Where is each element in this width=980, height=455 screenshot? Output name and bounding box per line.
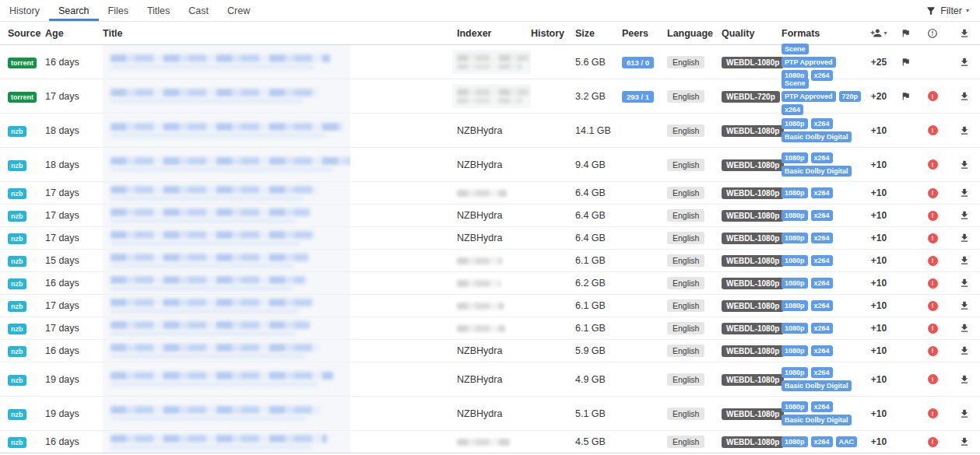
rejection-cell[interactable]: ! — [916, 408, 949, 418]
language-cell: English — [667, 159, 722, 170]
download-button[interactable] — [949, 345, 980, 356]
funnel-icon — [926, 5, 936, 16]
rejection-icon[interactable]: ! — [928, 301, 938, 311]
rejection-icon[interactable]: ! — [928, 324, 938, 334]
language-cell: English — [667, 345, 722, 356]
quality-cell: WEBDL-1080p — [722, 345, 782, 356]
rejection-cell[interactable]: ! — [916, 256, 949, 266]
rejection-icon[interactable]: ! — [928, 256, 938, 266]
redacted-indexer — [452, 84, 531, 108]
format-badge: x264 — [811, 278, 833, 289]
formats-cell: 1080px264 — [782, 255, 863, 266]
rejection-cell[interactable]: ! — [916, 159, 949, 170]
score-cell: +10 — [863, 278, 894, 289]
rejection-icon[interactable]: ! — [928, 125, 938, 135]
download-button[interactable] — [949, 408, 980, 419]
download-button[interactable] — [949, 91, 980, 102]
tab-files[interactable]: Files — [99, 0, 138, 21]
tab-cast[interactable]: Cast — [179, 0, 218, 21]
formats-cell: 1080px264Basic Dolby Digital — [782, 152, 863, 177]
results-body: torrent16 days5.6 GB613 / 0EnglishWEBDL-… — [0, 45, 980, 453]
download-button[interactable] — [949, 436, 980, 447]
flag-cell — [894, 91, 916, 101]
redacted-title — [103, 317, 350, 339]
age-cell: 17 days — [45, 91, 95, 102]
rejection-icon[interactable]: ! — [928, 374, 938, 384]
download-button[interactable] — [949, 57, 980, 68]
rejection-icon[interactable]: ! — [928, 188, 938, 198]
rejection-cell[interactable]: ! — [916, 188, 949, 198]
header-source[interactable]: Source — [0, 28, 45, 39]
header-formats[interactable]: Formats — [782, 28, 863, 39]
header-title[interactable]: Title — [95, 22, 457, 44]
peers-cell: 293 / 1 — [622, 91, 667, 102]
quality-cell: WEBDL-720p — [722, 91, 782, 102]
header-quality[interactable]: Quality — [722, 28, 782, 39]
download-button[interactable] — [949, 255, 980, 266]
protocol-badge: nzb — [8, 126, 26, 137]
header-rejections[interactable] — [916, 28, 949, 39]
redacted-title — [103, 182, 350, 204]
rejection-cell[interactable]: ! — [916, 437, 949, 447]
rejection-cell[interactable]: ! — [916, 233, 949, 243]
tab-history[interactable]: History — [0, 0, 49, 21]
header-language[interactable]: Language — [667, 28, 722, 39]
rejection-icon[interactable]: ! — [928, 346, 938, 356]
rejection-cell[interactable]: ! — [916, 91, 949, 101]
rejection-cell[interactable]: ! — [916, 324, 949, 334]
tab-crew[interactable]: Crew — [218, 0, 259, 21]
rejection-icon[interactable]: ! — [928, 159, 938, 170]
format-badge: x264 — [811, 367, 833, 378]
download-button[interactable] — [949, 278, 980, 289]
rejection-cell[interactable]: ! — [916, 301, 949, 311]
header-download[interactable] — [949, 28, 980, 39]
protocol-badge: nzb — [8, 256, 26, 267]
size-cell: 4.9 GB — [575, 374, 622, 385]
header-flag[interactable] — [894, 28, 916, 38]
format-badge: x264 — [811, 233, 833, 243]
download-button[interactable] — [949, 125, 980, 136]
download-icon — [959, 125, 970, 136]
format-badge: x264 — [811, 345, 833, 356]
header-indexer[interactable]: Indexer — [457, 28, 531, 39]
download-button[interactable] — [949, 323, 980, 334]
redacted-title — [103, 295, 350, 317]
format-badge: 1080p — [782, 323, 808, 334]
tab-search[interactable]: Search — [49, 0, 99, 21]
rejection-icon[interactable]: ! — [928, 91, 938, 101]
header-age[interactable]: Age — [45, 28, 95, 39]
header-history[interactable]: History — [531, 28, 575, 39]
download-button[interactable] — [949, 159, 980, 170]
format-badge: Basic Dolby Digital — [782, 415, 852, 425]
redacted-indexer — [457, 257, 531, 264]
rejection-cell[interactable]: ! — [916, 374, 949, 384]
download-button[interactable] — [949, 300, 980, 311]
rejection-icon[interactable]: ! — [928, 211, 938, 221]
rejection-icon[interactable]: ! — [928, 233, 938, 243]
header-peers[interactable]: Peers — [622, 28, 667, 39]
rejection-cell[interactable]: ! — [916, 346, 949, 356]
download-button[interactable] — [949, 210, 980, 221]
download-icon — [959, 57, 970, 68]
header-score[interactable]: ▾ — [863, 27, 894, 39]
protocol-badge: torrent — [8, 92, 37, 103]
rejection-icon[interactable]: ! — [928, 437, 938, 447]
rejection-cell[interactable]: ! — [916, 278, 949, 289]
rejection-icon[interactable]: ! — [928, 278, 938, 289]
header-size[interactable]: Size — [575, 28, 622, 39]
indexer-cell: NZBHydra — [457, 210, 531, 221]
tab-titles[interactable]: Titles — [138, 0, 179, 21]
rejection-cell[interactable]: ! — [916, 211, 949, 221]
size-cell: 6.4 GB — [575, 233, 622, 243]
rejection-cell[interactable]: ! — [916, 125, 949, 135]
download-button[interactable] — [949, 233, 980, 243]
download-button[interactable] — [949, 187, 980, 198]
format-badge: Basic Dolby Digital — [782, 380, 852, 391]
rejection-icon[interactable]: ! — [928, 408, 938, 418]
download-button[interactable] — [949, 374, 980, 385]
score-cell: +10 — [863, 255, 894, 266]
filter-button[interactable]: Filter ▾ — [926, 0, 980, 21]
age-cell: 19 days — [45, 408, 95, 419]
age-cell: 17 days — [45, 187, 95, 198]
flag-cell — [894, 57, 916, 67]
